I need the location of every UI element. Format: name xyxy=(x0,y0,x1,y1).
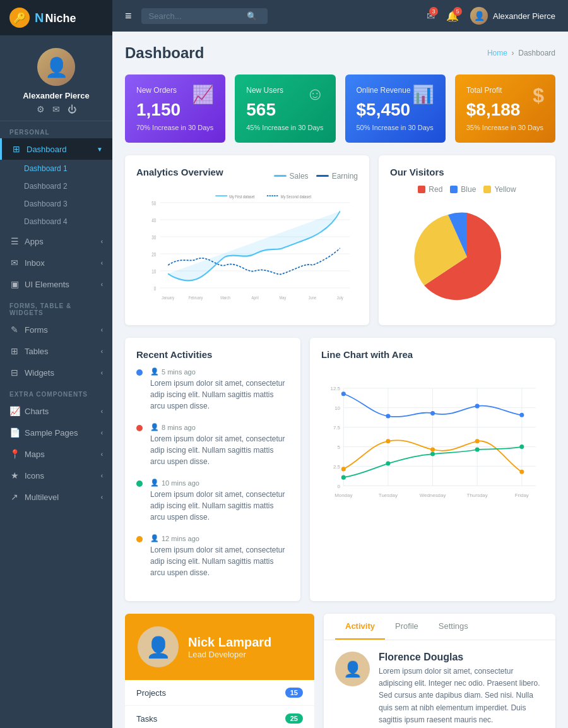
svg-text:June: June xyxy=(309,295,316,300)
stat-profit-change: 35% Increase in 30 Days xyxy=(466,124,544,131)
sidebar-item-dashboard1[interactable]: Dashboard 1 xyxy=(0,160,112,177)
analytics-chart: 50 40 30 20 10 0 January February March … xyxy=(136,191,358,305)
user-profile-card: 👤 Nick Lampard Lead Developer Projects 1… xyxy=(125,614,314,728)
svg-text:My Second dataset: My Second dataset xyxy=(281,194,311,200)
svg-text:Thursday: Thursday xyxy=(467,492,488,498)
icons-icon: ★ xyxy=(9,470,20,480)
messages-badge: 3 xyxy=(429,7,438,16)
pages-icon: 📄 xyxy=(9,427,20,438)
ui-icon: ▣ xyxy=(9,279,20,289)
legend-earning: Earning xyxy=(316,172,358,181)
svg-text:Monday: Monday xyxy=(334,492,352,498)
main-wrapper: ≡ 🔍 ✉ 3 🔔 5 👤 Alexander Pierce Dashboard… xyxy=(112,0,568,728)
brand-key-icon: 🔑 xyxy=(9,8,30,28)
activity-content: 👤 5 mins ago Lorem ipsum dolor sit amet,… xyxy=(150,367,289,412)
sidebar-item-apps[interactable]: ☰ Apps ‹ xyxy=(0,230,112,252)
chevron-left-icon: ‹ xyxy=(101,281,103,288)
svg-text:My First dataset: My First dataset xyxy=(229,194,254,200)
sidebar-item-sample-pages[interactable]: 📄 Sample Pages ‹ xyxy=(0,422,112,443)
svg-point-52 xyxy=(430,447,435,451)
power-icon[interactable]: ⏻ xyxy=(68,104,76,114)
visitors-card: Our Visitors Red Blue Yellow xyxy=(379,155,555,325)
sidebar: 🔑 NNiche Alexander Pierce ⚙ ✉ ⏻ PERSONAL… xyxy=(0,0,112,728)
tab-profile[interactable]: Profile xyxy=(385,614,429,640)
activity-text: Lorem ipsum dolor sit amet, consectetur … xyxy=(150,544,289,578)
sidebar-item-multilevel[interactable]: ↗ Multilevel ‹ xyxy=(0,486,112,508)
breadcrumb: Home › Dashboard xyxy=(487,49,555,57)
pie-chart xyxy=(398,200,536,314)
dashboard-icon: ⊞ xyxy=(11,144,21,154)
svg-point-57 xyxy=(430,452,435,456)
notifications-icon[interactable]: 🔔 5 xyxy=(446,10,459,22)
tab-settings[interactable]: Settings xyxy=(429,614,478,640)
activity-user-info: 👤 Florence Douglas Lorem ipsum dolor sit… xyxy=(335,652,544,726)
gear-icon[interactable]: ⚙ xyxy=(37,104,45,114)
stat-cards: New Orders 1,150 70% Increase in 30 Days… xyxy=(125,75,555,143)
svg-point-59 xyxy=(519,445,524,449)
chevron-left-icon: ‹ xyxy=(101,494,103,501)
analytics-card: Analytics Overview Sales Earning xyxy=(125,155,369,325)
user-card-top: 👤 Nick Lampard Lead Developer xyxy=(125,614,314,680)
svg-point-46 xyxy=(386,414,390,419)
stat-card-profit: Total Profit $8,188 35% Increase in 30 D… xyxy=(455,75,555,143)
tab-activity[interactable]: Activity xyxy=(335,614,385,640)
sidebar-item-tables[interactable]: ⊞ Tables ‹ xyxy=(0,340,112,362)
search-input[interactable] xyxy=(149,11,244,21)
tasks-badge: 25 xyxy=(285,713,303,724)
menu-toggle-button[interactable]: ≡ xyxy=(125,9,132,23)
sidebar-item-charts[interactable]: 📈 Charts ‹ xyxy=(0,400,112,422)
multilevel-icon: ↗ xyxy=(9,492,20,502)
activity-dot-orange xyxy=(136,536,143,542)
sidebar-item-dashboard3[interactable]: Dashboard 3 xyxy=(0,195,112,213)
svg-text:July: July xyxy=(337,295,343,301)
activity-item: 👤 10 mins ago Lorem ipsum dolor sit amet… xyxy=(136,479,289,523)
activity-details: Florence Douglas Lorem ipsum dolor sit a… xyxy=(379,652,544,726)
legend-blue: Blue xyxy=(450,185,476,194)
activity-item: 👤 8 mins ago Lorem ipsum dolor sit amet,… xyxy=(136,423,289,467)
svg-point-48 xyxy=(475,404,480,409)
breadcrumb-home[interactable]: Home xyxy=(487,49,507,57)
svg-text:February: February xyxy=(189,295,203,301)
messages-icon[interactable]: ✉ 3 xyxy=(427,10,435,22)
maps-icon: 📍 xyxy=(9,449,20,459)
activities-title: Recent Activities xyxy=(136,349,289,360)
activity-dot-green xyxy=(136,480,143,487)
chevron-left-icon: ‹ xyxy=(101,348,103,355)
sidebar-item-ui-elements[interactable]: ▣ UI Elements ‹ xyxy=(0,273,112,295)
svg-text:0: 0 xyxy=(337,484,340,489)
svg-text:30: 30 xyxy=(151,234,156,240)
brand-name: NNiche xyxy=(35,11,76,25)
breadcrumb-current: Dashboard xyxy=(518,49,555,57)
svg-text:January: January xyxy=(162,295,174,301)
topbar-user[interactable]: 👤 Alexander Pierce xyxy=(470,7,555,25)
sidebar-item-dashboard4[interactable]: Dashboard 4 xyxy=(0,213,112,230)
svg-point-50 xyxy=(341,467,346,471)
sidebar-item-widgets[interactable]: ⊟ Widgets ‹ xyxy=(0,362,112,383)
svg-point-51 xyxy=(386,439,390,443)
profile-name: Nick Lampard xyxy=(188,635,271,650)
svg-point-55 xyxy=(341,475,346,480)
tasks-label: Tasks xyxy=(136,714,157,724)
svg-text:March: March xyxy=(220,295,230,300)
profile-role: Lead Developer xyxy=(188,650,271,659)
email-icon[interactable]: ✉ xyxy=(52,104,60,114)
sidebar-item-maps[interactable]: 📍 Maps ‹ xyxy=(0,443,112,465)
sidebar-item-icons[interactable]: ★ Icons ‹ xyxy=(0,465,112,486)
projects-badge: 15 xyxy=(285,688,303,698)
stat-row-tasks: Tasks 25 xyxy=(125,706,314,728)
stat-card-orders: New Orders 1,150 70% Increase in 30 Days… xyxy=(125,75,225,143)
svg-point-58 xyxy=(475,447,480,451)
activity-text: Lorem ipsum dolor sit amet, consectetur … xyxy=(150,489,289,523)
sidebar-item-forms[interactable]: ✎ Forms ‹ xyxy=(0,319,112,340)
brand-n-letter: N xyxy=(35,11,44,25)
forms-icon: ✎ xyxy=(9,325,20,335)
chevron-left-icon: ‹ xyxy=(101,260,103,266)
stat-users-icon: ☺ xyxy=(306,84,324,104)
visitors-title: Our Visitors xyxy=(390,167,544,177)
svg-text:12.5: 12.5 xyxy=(330,386,340,391)
main-content: Dashboard Home › Dashboard New Orders 1,… xyxy=(112,32,568,728)
sidebar-item-dashboard2[interactable]: Dashboard 2 xyxy=(0,177,112,195)
sidebar-item-dashboard[interactable]: ⊞ Dashboard ▼ xyxy=(0,138,112,160)
sidebar-item-inbox[interactable]: ✉ Inbox ‹ xyxy=(0,252,112,273)
svg-text:May: May xyxy=(280,295,287,301)
